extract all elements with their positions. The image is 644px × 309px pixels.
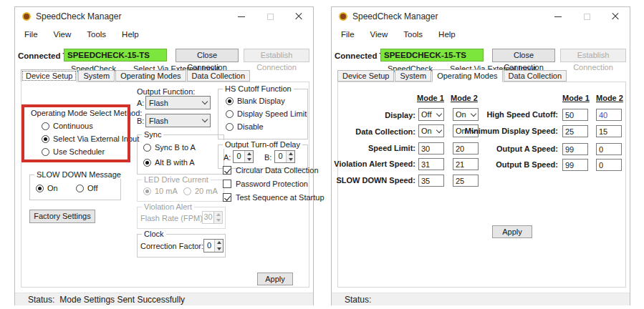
speed-limit-mode1-input[interactable] bbox=[418, 142, 444, 154]
speed-limit-label: Speed Limit: bbox=[333, 144, 415, 152]
maximize-icon bbox=[267, 14, 274, 20]
radio-label: 10 mA bbox=[155, 187, 178, 195]
radio-slowdown-off[interactable]: Off bbox=[76, 184, 97, 192]
menu-view[interactable]: View bbox=[370, 30, 388, 39]
radio-label: Use Scheduler bbox=[53, 147, 105, 156]
output-a-speed-mode1-input[interactable] bbox=[562, 143, 588, 155]
mode1-header: Mode 1 bbox=[562, 94, 590, 102]
slow-down-speed-mode1-input[interactable] bbox=[418, 175, 444, 187]
violation-alert-speed-mode1-input[interactable] bbox=[418, 158, 444, 170]
correction-factor-label: Correction Factor: bbox=[140, 242, 203, 250]
delay-b-spinner[interactable]: 0 bbox=[274, 150, 295, 163]
tab-data-collection[interactable]: Data Collection bbox=[187, 70, 251, 82]
maximize-button[interactable] bbox=[572, 7, 601, 26]
titlebar[interactable]: SpeedCheck Manager bbox=[15, 7, 313, 26]
menu-file[interactable]: File bbox=[24, 30, 38, 39]
tab-device-setup[interactable]: Device Setup bbox=[337, 70, 394, 82]
delay-a-spinner[interactable]: 0 bbox=[233, 150, 254, 163]
high-speed-cutoff-mode1-input[interactable] bbox=[562, 109, 588, 121]
close-icon bbox=[612, 13, 619, 20]
tab-data-collection[interactable]: Data Collection bbox=[504, 70, 567, 82]
minimize-button[interactable] bbox=[544, 7, 572, 26]
radio-blank-display[interactable]: Blank Display bbox=[226, 97, 285, 105]
menu-bar: File View Tools Help bbox=[332, 26, 630, 42]
tab-operating-modes[interactable]: Operating Modes bbox=[115, 70, 186, 82]
checkbox-label: Circular Data Collection bbox=[236, 166, 319, 175]
data-collection-mode1-combobox[interactable]: On bbox=[418, 124, 444, 137]
output-function-title: Output Function: bbox=[137, 87, 195, 96]
checkbox-icon bbox=[223, 193, 231, 202]
establish-connection-button: Establish Connection bbox=[244, 49, 309, 62]
correction-factor-spinner[interactable]: 0 bbox=[203, 239, 224, 252]
checkbox-circular-data-collection[interactable]: Circular Data Collection bbox=[223, 166, 319, 175]
radio-use-scheduler[interactable]: Use Scheduler bbox=[42, 147, 105, 156]
slow-down-message-group: SLOW DOWN Message On Off bbox=[29, 175, 121, 200]
menu-tools[interactable]: Tools bbox=[403, 30, 423, 39]
radio-icon bbox=[143, 159, 151, 167]
radio-icon bbox=[143, 144, 151, 152]
tab-operating-modes[interactable]: Operating Modes bbox=[432, 69, 502, 82]
titlebar[interactable]: SpeedCheck Manager bbox=[332, 7, 630, 26]
window-title: SpeedCheck Manager bbox=[352, 11, 438, 21]
apply-button[interactable]: Apply bbox=[257, 273, 293, 285]
minimum-display-speed-mode1-input[interactable] bbox=[562, 125, 588, 137]
menu-view[interactable]: View bbox=[54, 30, 72, 39]
combo-value: On bbox=[421, 127, 432, 135]
data-collection-label: Data Collection: bbox=[333, 127, 415, 136]
checkbox-test-sequence[interactable]: Test Sequence at Startup bbox=[223, 193, 325, 202]
arrow-up-icon bbox=[216, 213, 221, 216]
menu-help[interactable]: Help bbox=[122, 30, 139, 39]
output-b-speed-mode1-input[interactable] bbox=[562, 159, 588, 171]
factory-settings-button[interactable]: Factory Settings bbox=[29, 210, 95, 223]
minimize-button[interactable] bbox=[227, 7, 256, 26]
menu-file[interactable]: File bbox=[341, 30, 355, 39]
slow-down-speed-label: SLOW DOWN Speed: bbox=[333, 176, 415, 185]
radio-select-via-external-input[interactable]: Select Via External Input bbox=[42, 134, 139, 143]
spin-up-button[interactable] bbox=[245, 151, 253, 157]
spinner-buttons bbox=[214, 240, 223, 252]
radio-label: Disable bbox=[237, 122, 264, 131]
tab-system[interactable]: System bbox=[395, 70, 431, 82]
close-button[interactable] bbox=[601, 7, 630, 26]
maximize-button[interactable] bbox=[256, 7, 284, 26]
radio-alt-b-with-a[interactable]: Alt B with A bbox=[143, 158, 195, 167]
high-speed-cutoff-mode2-input[interactable] bbox=[596, 109, 622, 121]
close-button[interactable] bbox=[284, 7, 313, 26]
checkbox-password-protection[interactable]: Password Protection bbox=[223, 180, 308, 188]
close-connection-button[interactable]: Close Connection bbox=[492, 49, 555, 62]
spin-down-button[interactable] bbox=[245, 157, 253, 162]
spin-up-button[interactable] bbox=[215, 240, 223, 246]
output-b-combobox[interactable]: Flash bbox=[145, 114, 211, 127]
app-icon bbox=[22, 12, 31, 21]
spin-down-button[interactable] bbox=[287, 157, 294, 162]
chevron-down-icon bbox=[202, 99, 208, 104]
menu-tools[interactable]: Tools bbox=[87, 30, 106, 39]
spin-down-button[interactable] bbox=[215, 246, 223, 252]
apply-button[interactable]: Apply bbox=[492, 225, 532, 238]
radio-sync-b-to-a[interactable]: Sync B to A bbox=[143, 143, 196, 152]
radio-continuous[interactable]: Continuous bbox=[42, 122, 93, 130]
radio-slowdown-on[interactable]: On bbox=[36, 184, 58, 192]
close-connection-button[interactable]: Close Connection bbox=[176, 49, 239, 62]
chevron-down-icon bbox=[436, 110, 442, 116]
minimum-display-speed-mode2-input[interactable] bbox=[596, 125, 622, 137]
mode2-header: Mode 2 bbox=[451, 94, 478, 102]
menu-help[interactable]: Help bbox=[438, 30, 456, 39]
spin-down-button bbox=[214, 217, 222, 223]
output-a-speed-mode2-input[interactable] bbox=[596, 143, 622, 155]
slow-down-speed-mode2-input[interactable] bbox=[453, 175, 479, 187]
tab-system[interactable]: System bbox=[78, 70, 115, 82]
radio-icon bbox=[42, 148, 49, 156]
output-b-speed-mode2-input[interactable] bbox=[596, 159, 622, 171]
spinner-value: 0 bbox=[204, 240, 214, 252]
radio-disable[interactable]: Disable bbox=[226, 122, 264, 131]
display-mode1-combobox[interactable]: Off bbox=[418, 108, 444, 121]
status-bar: Status: bbox=[332, 293, 630, 305]
high-speed-cutoff-label: High Speed Cutoff: bbox=[453, 110, 558, 119]
tab-device-setup[interactable]: Device Setup bbox=[21, 69, 77, 82]
spin-up-button[interactable] bbox=[287, 151, 294, 157]
arrow-up-icon bbox=[247, 152, 251, 155]
window-device-setup: SpeedCheck Manager File View Tools Help … bbox=[14, 6, 314, 305]
radio-display-speed-limit[interactable]: Display Speed Limit bbox=[226, 109, 307, 118]
output-a-combobox[interactable]: Flash bbox=[145, 96, 211, 109]
